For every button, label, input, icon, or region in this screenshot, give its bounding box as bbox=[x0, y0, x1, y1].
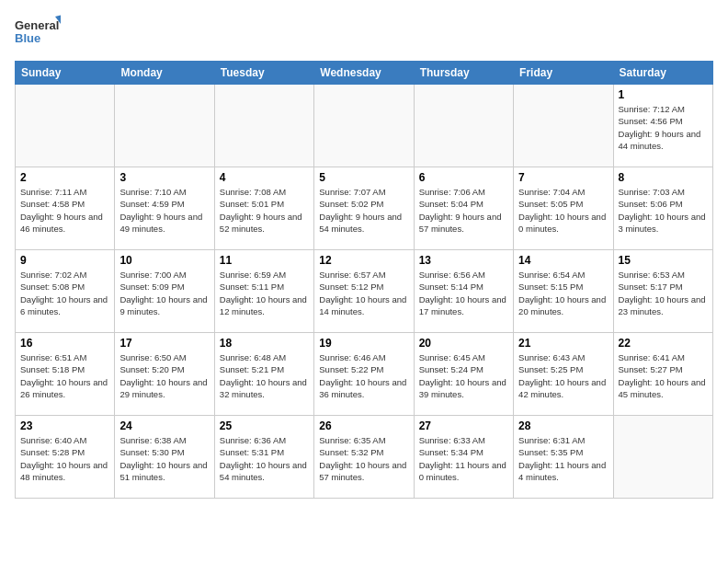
calendar-week-row: 1Sunrise: 7:12 AM Sunset: 4:56 PM Daylig… bbox=[16, 85, 713, 167]
day-number: 17 bbox=[119, 337, 209, 350]
calendar-cell: 20Sunrise: 6:45 AM Sunset: 5:24 PM Dayli… bbox=[414, 333, 513, 416]
day-info: Sunrise: 6:50 AM Sunset: 5:20 PM Dayligh… bbox=[119, 351, 209, 400]
calendar-cell: 4Sunrise: 7:08 AM Sunset: 5:01 PM Daylig… bbox=[214, 167, 313, 250]
calendar-cell: 9Sunrise: 7:02 AM Sunset: 5:08 PM Daylig… bbox=[16, 250, 115, 333]
day-info: Sunrise: 7:07 AM Sunset: 5:02 PM Dayligh… bbox=[319, 186, 408, 235]
day-number: 5 bbox=[319, 171, 408, 184]
day-number: 2 bbox=[20, 171, 109, 184]
day-info: Sunrise: 7:04 AM Sunset: 5:05 PM Dayligh… bbox=[518, 186, 608, 235]
calendar-cell: 19Sunrise: 6:46 AM Sunset: 5:22 PM Dayli… bbox=[314, 333, 414, 416]
day-info: Sunrise: 6:40 AM Sunset: 5:28 PM Dayligh… bbox=[20, 434, 109, 483]
calendar-cell: 23Sunrise: 6:40 AM Sunset: 5:28 PM Dayli… bbox=[16, 416, 115, 499]
calendar-cell bbox=[613, 416, 712, 499]
day-number: 14 bbox=[518, 254, 608, 267]
day-number: 3 bbox=[119, 171, 209, 184]
calendar-cell: 13Sunrise: 6:56 AM Sunset: 5:14 PM Dayli… bbox=[414, 250, 513, 333]
day-info: Sunrise: 6:41 AM Sunset: 5:27 PM Dayligh… bbox=[619, 351, 708, 400]
day-info: Sunrise: 6:43 AM Sunset: 5:25 PM Dayligh… bbox=[518, 351, 608, 400]
calendar-cell: 27Sunrise: 6:33 AM Sunset: 5:34 PM Dayli… bbox=[414, 416, 513, 499]
day-number: 13 bbox=[419, 254, 508, 267]
calendar-week-row: 23Sunrise: 6:40 AM Sunset: 5:28 PM Dayli… bbox=[16, 416, 713, 499]
day-info: Sunrise: 7:06 AM Sunset: 5:04 PM Dayligh… bbox=[419, 186, 508, 235]
calendar-cell: 16Sunrise: 6:51 AM Sunset: 5:18 PM Dayli… bbox=[16, 333, 115, 416]
calendar-cell: 25Sunrise: 6:36 AM Sunset: 5:31 PM Dayli… bbox=[214, 416, 313, 499]
day-number: 20 bbox=[419, 337, 508, 350]
day-number: 22 bbox=[619, 337, 708, 350]
calendar-week-row: 16Sunrise: 6:51 AM Sunset: 5:18 PM Dayli… bbox=[16, 333, 713, 416]
calendar-cell: 8Sunrise: 7:03 AM Sunset: 5:06 PM Daylig… bbox=[613, 167, 712, 250]
day-number: 27 bbox=[419, 419, 508, 432]
day-info: Sunrise: 7:00 AM Sunset: 5:09 PM Dayligh… bbox=[119, 269, 209, 317]
day-number: 6 bbox=[419, 171, 508, 184]
calendar-cell: 6Sunrise: 7:06 AM Sunset: 5:04 PM Daylig… bbox=[414, 167, 513, 250]
calendar-week-row: 9Sunrise: 7:02 AM Sunset: 5:08 PM Daylig… bbox=[16, 250, 713, 333]
col-header-sunday: Sunday bbox=[16, 62, 115, 85]
day-info: Sunrise: 6:51 AM Sunset: 5:18 PM Dayligh… bbox=[20, 351, 109, 400]
col-header-friday: Friday bbox=[514, 62, 613, 85]
day-info: Sunrise: 6:56 AM Sunset: 5:14 PM Dayligh… bbox=[419, 269, 508, 317]
day-info: Sunrise: 7:12 AM Sunset: 4:56 PM Dayligh… bbox=[619, 103, 708, 152]
calendar-cell: 15Sunrise: 6:53 AM Sunset: 5:17 PM Dayli… bbox=[613, 250, 712, 333]
calendar-cell: 7Sunrise: 7:04 AM Sunset: 5:05 PM Daylig… bbox=[514, 167, 613, 250]
day-number: 21 bbox=[518, 337, 608, 350]
col-header-thursday: Thursday bbox=[414, 62, 513, 85]
calendar-cell: 1Sunrise: 7:12 AM Sunset: 4:56 PM Daylig… bbox=[613, 85, 712, 167]
calendar-cell: 12Sunrise: 6:57 AM Sunset: 5:12 PM Dayli… bbox=[314, 250, 414, 333]
svg-text:Blue: Blue bbox=[15, 31, 40, 45]
calendar-cell bbox=[115, 85, 214, 167]
day-number: 28 bbox=[518, 419, 608, 432]
day-number: 7 bbox=[518, 171, 608, 184]
day-number: 23 bbox=[20, 419, 109, 432]
calendar-cell: 5Sunrise: 7:07 AM Sunset: 5:02 PM Daylig… bbox=[314, 167, 414, 250]
calendar-cell: 24Sunrise: 6:38 AM Sunset: 5:30 PM Dayli… bbox=[115, 416, 214, 499]
calendar-cell: 28Sunrise: 6:31 AM Sunset: 5:35 PM Dayli… bbox=[514, 416, 613, 499]
day-number: 4 bbox=[220, 171, 309, 184]
calendar-cell: 10Sunrise: 7:00 AM Sunset: 5:09 PM Dayli… bbox=[115, 250, 214, 333]
calendar-cell: 18Sunrise: 6:48 AM Sunset: 5:21 PM Dayli… bbox=[214, 333, 313, 416]
day-number: 9 bbox=[20, 254, 109, 267]
day-number: 8 bbox=[619, 171, 708, 184]
day-number: 12 bbox=[319, 254, 408, 267]
svg-text:General: General bbox=[15, 18, 59, 32]
col-header-tuesday: Tuesday bbox=[214, 62, 313, 85]
calendar-cell: 14Sunrise: 6:54 AM Sunset: 5:15 PM Dayli… bbox=[514, 250, 613, 333]
calendar-cell: 11Sunrise: 6:59 AM Sunset: 5:11 PM Dayli… bbox=[214, 250, 313, 333]
day-info: Sunrise: 6:46 AM Sunset: 5:22 PM Dayligh… bbox=[319, 351, 408, 400]
day-info: Sunrise: 7:10 AM Sunset: 4:59 PM Dayligh… bbox=[119, 186, 209, 235]
day-number: 24 bbox=[119, 419, 209, 432]
day-number: 19 bbox=[319, 337, 408, 350]
day-number: 11 bbox=[220, 254, 309, 267]
day-info: Sunrise: 7:03 AM Sunset: 5:06 PM Dayligh… bbox=[619, 186, 708, 235]
logo: General Blue bbox=[15, 15, 61, 53]
day-info: Sunrise: 6:35 AM Sunset: 5:32 PM Dayligh… bbox=[319, 434, 408, 483]
calendar-cell: 2Sunrise: 7:11 AM Sunset: 4:58 PM Daylig… bbox=[16, 167, 115, 250]
calendar-cell bbox=[314, 85, 414, 167]
calendar-cell bbox=[514, 85, 613, 167]
day-info: Sunrise: 6:53 AM Sunset: 5:17 PM Dayligh… bbox=[619, 269, 708, 317]
day-info: Sunrise: 6:31 AM Sunset: 5:35 PM Dayligh… bbox=[518, 434, 608, 483]
day-info: Sunrise: 6:59 AM Sunset: 5:11 PM Dayligh… bbox=[220, 269, 309, 317]
calendar-cell: 21Sunrise: 6:43 AM Sunset: 5:25 PM Dayli… bbox=[514, 333, 613, 416]
calendar-cell bbox=[414, 85, 513, 167]
day-info: Sunrise: 7:02 AM Sunset: 5:08 PM Dayligh… bbox=[20, 269, 109, 317]
day-info: Sunrise: 6:36 AM Sunset: 5:31 PM Dayligh… bbox=[220, 434, 309, 483]
day-number: 25 bbox=[220, 419, 309, 432]
logo-svg: General Blue bbox=[15, 15, 61, 53]
day-info: Sunrise: 7:11 AM Sunset: 4:58 PM Dayligh… bbox=[20, 186, 109, 235]
day-number: 15 bbox=[619, 254, 708, 267]
day-number: 18 bbox=[220, 337, 309, 350]
day-info: Sunrise: 6:54 AM Sunset: 5:15 PM Dayligh… bbox=[518, 269, 608, 317]
calendar-week-row: 2Sunrise: 7:11 AM Sunset: 4:58 PM Daylig… bbox=[16, 167, 713, 250]
calendar-cell: 17Sunrise: 6:50 AM Sunset: 5:20 PM Dayli… bbox=[115, 333, 214, 416]
day-info: Sunrise: 7:08 AM Sunset: 5:01 PM Dayligh… bbox=[220, 186, 309, 235]
calendar-table: SundayMondayTuesdayWednesdayThursdayFrid… bbox=[15, 61, 713, 499]
day-info: Sunrise: 6:45 AM Sunset: 5:24 PM Dayligh… bbox=[419, 351, 508, 400]
col-header-monday: Monday bbox=[115, 62, 214, 85]
col-header-wednesday: Wednesday bbox=[314, 62, 414, 85]
day-number: 10 bbox=[119, 254, 209, 267]
calendar-cell bbox=[214, 85, 313, 167]
day-info: Sunrise: 6:48 AM Sunset: 5:21 PM Dayligh… bbox=[220, 351, 309, 400]
day-info: Sunrise: 6:38 AM Sunset: 5:30 PM Dayligh… bbox=[119, 434, 209, 483]
page-header: General Blue bbox=[15, 15, 713, 53]
day-number: 16 bbox=[20, 337, 109, 350]
